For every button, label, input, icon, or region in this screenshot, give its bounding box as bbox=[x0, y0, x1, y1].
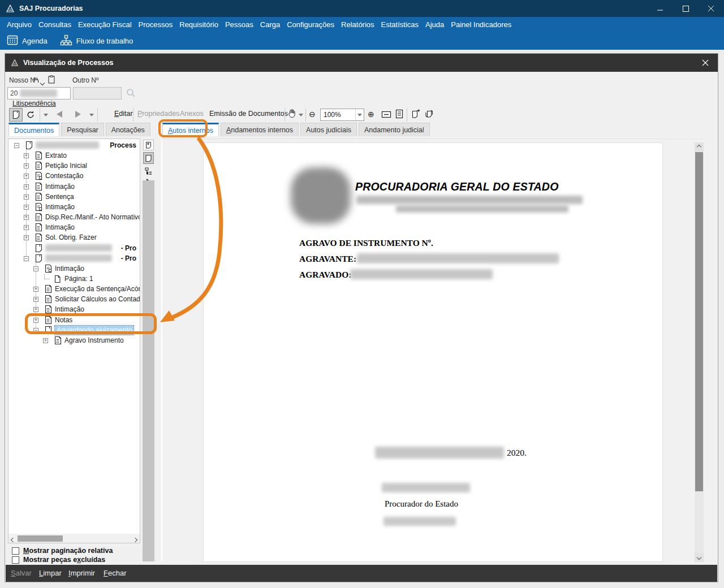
expand-icon[interactable]: + bbox=[24, 215, 29, 220]
tree-item-peti-o-inicial[interactable]: +Petição Inicial bbox=[8, 161, 140, 171]
scrollbar-thumb[interactable] bbox=[695, 152, 703, 491]
litispendencia-link[interactable]: Litispendência bbox=[12, 100, 56, 107]
scrollbar-thumb[interactable] bbox=[18, 535, 63, 542]
collapse-icon[interactable]: − bbox=[33, 266, 38, 271]
expand-icon[interactable]: + bbox=[33, 287, 38, 292]
preview-vertical-scrollbar[interactable] bbox=[695, 142, 704, 562]
tab-documentos[interactable]: Documentos bbox=[8, 123, 59, 136]
tree-item-label[interactable]: Aguardando ajuizamento bbox=[55, 326, 133, 335]
editar-button[interactable]: Editar bbox=[114, 110, 133, 118]
checkbox-mostrar-pagina-o-relativa[interactable] bbox=[12, 547, 19, 555]
tree-item-p-gina-1[interactable]: Página: 1 bbox=[8, 274, 140, 284]
tree-item-redacted-process[interactable]: - Pro bbox=[8, 243, 140, 253]
tree-item-label[interactable]: Intimação bbox=[45, 223, 75, 231]
tree-item-aguardando-ajuizamento[interactable]: −Aguardando ajuizamento bbox=[8, 325, 140, 335]
zoom-out-icon[interactable]: ⊖ bbox=[309, 110, 316, 119]
tree-item-intima-o[interactable]: +Intimação bbox=[8, 202, 140, 212]
tree-item-label[interactable]: Execução da Sentença/Acórdã bbox=[55, 285, 140, 293]
tree-structure-button[interactable] bbox=[143, 166, 154, 177]
tree-vertical-scrollbar[interactable] bbox=[143, 180, 154, 561]
menu-item-relat-rios[interactable]: Relatórios bbox=[338, 20, 378, 29]
undo-icon[interactable] bbox=[32, 76, 40, 86]
tree-item-redacted-process[interactable]: −- Pro bbox=[8, 253, 140, 263]
tree-item-intima-o[interactable]: +Intimação bbox=[8, 304, 140, 314]
tree-item-label[interactable]: Intimação bbox=[55, 265, 84, 273]
agenda-button[interactable]: Agenda bbox=[7, 34, 48, 47]
tree-item-notas[interactable]: +Notas bbox=[8, 315, 140, 325]
tree-item-label[interactable]: Agravo Instrumento bbox=[64, 336, 124, 344]
tree-item-execu-o-da-senten-a-ac-rd-[interactable]: +Execução da Sentença/Acórdã bbox=[8, 284, 140, 294]
menu-item-ajuda[interactable]: Ajuda bbox=[422, 20, 447, 29]
imprimir-button[interactable]: Imprimir bbox=[68, 569, 95, 577]
menu-item-processos[interactable]: Processos bbox=[135, 20, 176, 29]
expand-icon[interactable]: + bbox=[24, 225, 29, 230]
process-view-button[interactable] bbox=[9, 108, 23, 122]
zoom-in-icon[interactable]: ⊕ bbox=[368, 110, 374, 119]
expand-icon[interactable]: + bbox=[24, 184, 29, 189]
tree-item-label[interactable]: Petição Inicial bbox=[45, 162, 87, 170]
menu-item-estat-sticas[interactable]: Estatísticas bbox=[378, 20, 422, 29]
hand-dropdown-icon[interactable] bbox=[299, 114, 303, 116]
scroll-down-icon[interactable] bbox=[695, 553, 704, 562]
tree-item-contesta-o[interactable]: +Contestação bbox=[8, 171, 140, 181]
tree-item-sol-obrig-fazer[interactable]: +Sol. Obrig. Fazer bbox=[8, 232, 140, 243]
expand-icon[interactable]: + bbox=[43, 338, 48, 343]
tree-item-extrato[interactable]: +Extrato bbox=[8, 150, 140, 161]
tree-item-intima-o[interactable]: −Intimação bbox=[8, 263, 140, 274]
tree-item-solicitar-c-lculos-ao-contado[interactable]: +Solicitar Cálculos ao Contado bbox=[8, 294, 140, 304]
tree-item-label[interactable]: Intimação bbox=[45, 183, 75, 191]
checkbox-label[interactable]: Mostrar peças excluídas bbox=[23, 556, 105, 564]
tree-item-label[interactable]: Extrato bbox=[45, 152, 67, 159]
tree-item-intima-o[interactable]: +Intimação bbox=[8, 181, 140, 192]
rotate-page-icon[interactable] bbox=[424, 109, 434, 121]
emissao-documentos-button[interactable]: Emissão de Documentos bbox=[209, 110, 288, 118]
fechar-button[interactable]: Fechar bbox=[104, 569, 126, 577]
checkbox-mostrar-pe-as-exclu-das[interactable] bbox=[12, 556, 19, 564]
close-button[interactable] bbox=[699, 0, 724, 17]
tab-autos-internos[interactable]: Autos internos bbox=[162, 123, 219, 136]
zoom-level-combo[interactable]: 100% bbox=[320, 109, 364, 121]
menu-item-configura-es[interactable]: Configurações bbox=[283, 20, 338, 29]
maximize-button[interactable] bbox=[673, 0, 699, 17]
expand-icon[interactable]: + bbox=[24, 153, 29, 158]
collapse-icon[interactable]: − bbox=[24, 256, 29, 261]
menu-item-execu-o-fiscal[interactable]: Execução Fiscal bbox=[75, 20, 135, 29]
tree-item-senten-a[interactable]: +Sentença bbox=[8, 192, 140, 202]
tree-item-disp-rec-manif-ato-normativo[interactable]: +Disp.Rec./Manif.- Ato Normativo bbox=[8, 212, 140, 222]
expand-icon[interactable]: + bbox=[33, 318, 38, 323]
expand-icon[interactable]: + bbox=[33, 297, 38, 302]
expand-icon[interactable]: + bbox=[24, 194, 29, 200]
tree-item-label[interactable]: Página: 1 bbox=[64, 275, 93, 283]
tab-autos-judiciais[interactable]: Autos judiciais bbox=[300, 123, 357, 136]
tree-horizontal-scrollbar[interactable] bbox=[8, 534, 140, 543]
expand-icon[interactable]: + bbox=[24, 235, 29, 240]
workflow-button[interactable]: Fluxo de trabalho bbox=[60, 34, 133, 47]
tree-item-label[interactable]: Sol. Obrig. Fazer bbox=[45, 234, 97, 241]
scroll-right-icon[interactable] bbox=[133, 534, 137, 544]
piece-view-button[interactable] bbox=[143, 152, 154, 164]
expand-icon[interactable]: + bbox=[24, 174, 29, 179]
tab-andamento-judicial[interactable]: Andamento judicial bbox=[359, 123, 430, 136]
add-piece-button[interactable] bbox=[143, 140, 154, 150]
tree-item-label[interactable]: Intimação bbox=[45, 203, 75, 211]
tree-item-redacted-process[interactable]: −Process bbox=[8, 140, 140, 150]
minimize-button[interactable] bbox=[648, 0, 673, 17]
chevron-down-icon[interactable] bbox=[41, 77, 44, 87]
tab-andamentos-internos[interactable]: Andamentos internos bbox=[221, 123, 299, 136]
viewer-close-icon[interactable] bbox=[701, 58, 710, 67]
menu-item-consultas[interactable]: Consultas bbox=[35, 20, 75, 29]
combo-arrow-icon[interactable] bbox=[355, 109, 364, 120]
hand-pan-icon[interactable] bbox=[287, 109, 297, 121]
expand-icon[interactable]: + bbox=[33, 307, 38, 312]
menu-item-arquivo[interactable]: Arquivo bbox=[3, 20, 35, 29]
tree-item-label[interactable]: Notas bbox=[55, 316, 72, 324]
clipboard-icon[interactable] bbox=[48, 75, 55, 86]
tree-item-intima-o[interactable]: +Intimação bbox=[8, 222, 140, 232]
menu-item-requisit-rio[interactable]: Requisitório bbox=[176, 20, 222, 29]
checkbox-label[interactable]: Mostrar paginação relativa bbox=[23, 547, 113, 555]
nav-dropdown2-icon[interactable] bbox=[89, 114, 94, 116]
tree-item-label[interactable]: Sentença bbox=[45, 193, 74, 201]
fit-page-icon[interactable] bbox=[395, 109, 403, 121]
expand-icon[interactable]: + bbox=[24, 163, 29, 168]
outro-numero-input[interactable] bbox=[73, 87, 122, 100]
